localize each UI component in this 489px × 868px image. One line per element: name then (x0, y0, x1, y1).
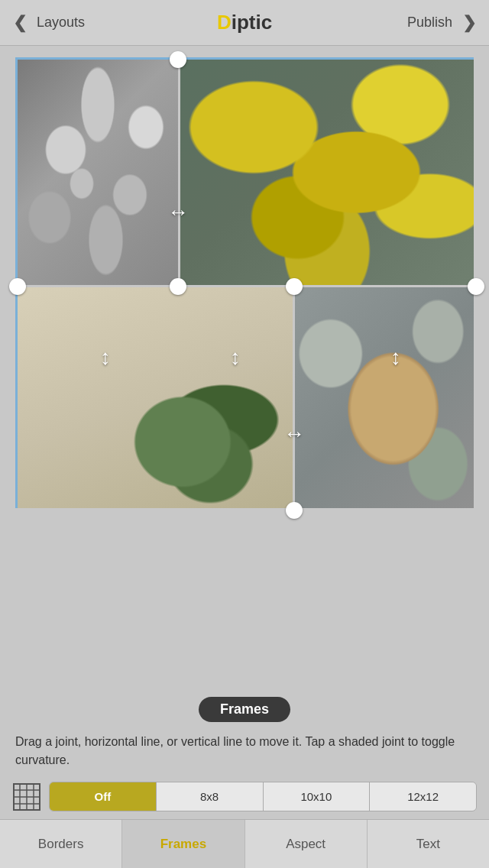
header-center: Diptic (115, 11, 374, 34)
photo-top-right[interactable] (180, 60, 474, 285)
publish-label[interactable]: Publish (407, 15, 452, 31)
grid-btn-8x8[interactable]: 8x8 (157, 782, 264, 811)
bottom-panel: Frames Drag a joint, horizontal line, or… (0, 688, 489, 868)
handle-center-left[interactable] (170, 278, 186, 295)
grid-svg (13, 783, 40, 811)
header-left: ❮ Layouts (8, 11, 115, 35)
handle-right-middle[interactable] (468, 278, 484, 295)
divider-horizontal[interactable] (18, 285, 476, 287)
tab-text[interactable]: Text (368, 820, 489, 868)
divider-vertical-bottom[interactable] (293, 285, 295, 510)
header: ❮ Layouts Diptic Publish ❯ (0, 0, 489, 46)
grid-options: Off 8x8 10x10 12x12 (0, 777, 489, 819)
handle-left-middle[interactable] (9, 278, 26, 295)
tab-borders[interactable]: Borders (0, 820, 122, 868)
arrow-vertical-center-left: ↕ (230, 347, 241, 368)
grid-icon (12, 782, 41, 811)
photo-bottom-left[interactable] (18, 287, 293, 508)
logo-d: D (217, 11, 232, 34)
photo-collage[interactable]: ↔ ↕ ↕ ↕ ↔ (15, 57, 474, 508)
arrow-horizontal-top: ↔ (167, 202, 189, 223)
forward-arrow[interactable]: ❯ (457, 11, 481, 35)
canvas-area: ↔ ↕ ↕ ↕ ↔ (0, 46, 489, 520)
header-right: Publish ❯ (374, 11, 481, 35)
back-label[interactable]: Layouts (37, 15, 85, 31)
grid-btn-off[interactable]: Off (50, 782, 157, 811)
photo-bottom-right[interactable] (295, 287, 474, 508)
back-arrow[interactable]: ❮ (8, 11, 32, 35)
tab-frames[interactable]: Frames (122, 820, 244, 868)
grid-btn-10x10[interactable]: 10x10 (264, 782, 371, 811)
arrow-vertical-center-right: ↕ (390, 347, 401, 368)
frames-badge-area: Frames (0, 688, 489, 728)
arrow-horizontal-bottom: ↔ (283, 423, 305, 445)
divider-vertical-top[interactable] (178, 60, 180, 285)
tab-bar: Borders Frames Aspect Text (0, 819, 489, 868)
handle-bottom-right-divider[interactable] (286, 502, 303, 519)
grid-buttons: Off 8x8 10x10 12x12 (49, 782, 477, 811)
handle-top-center[interactable] (170, 51, 186, 68)
photo-top-left[interactable] (18, 60, 178, 285)
instruction-text: Drag a joint, horizontal line, or vertic… (0, 728, 489, 777)
logo: Diptic (217, 11, 272, 34)
grid-btn-12x12[interactable]: 12x12 (370, 782, 476, 811)
frames-badge: Frames (199, 697, 290, 722)
logo-rest: iptic (232, 11, 272, 34)
arrow-vertical-left: ↕ (100, 347, 111, 368)
tab-aspect[interactable]: Aspect (245, 820, 368, 868)
handle-top-right-divider[interactable] (286, 278, 303, 295)
